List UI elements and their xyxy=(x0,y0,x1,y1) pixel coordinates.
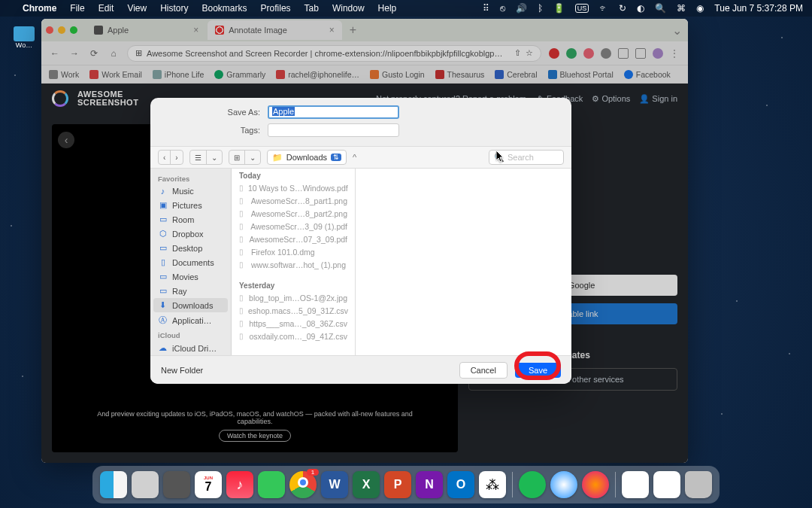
battery-icon[interactable]: 🔋 xyxy=(553,3,565,14)
dock-firefox[interactable] xyxy=(582,471,609,498)
dock-safari[interactable] xyxy=(550,471,577,498)
bookmark-grammarly[interactable]: Grammarly xyxy=(214,70,265,79)
dock-excel[interactable]: X xyxy=(353,471,380,498)
dock-settings[interactable] xyxy=(163,471,190,498)
menu-tab[interactable]: Tab xyxy=(304,3,319,14)
extensions-puzzle-icon[interactable] xyxy=(601,48,611,59)
sidebar-item-ray[interactable]: ▭Ray xyxy=(150,284,231,298)
watch-keynote-button[interactable]: Watch the keynote xyxy=(219,430,291,442)
bookmark-bluehost[interactable]: Bluehost Portal xyxy=(548,70,614,79)
app-menu[interactable]: Chrome xyxy=(23,3,56,14)
bookmark-cerebral[interactable]: Cerebral xyxy=(495,70,537,79)
path-up-button[interactable]: ^ xyxy=(353,153,356,162)
sync-icon[interactable]: ↻ xyxy=(619,3,626,14)
forward-icon[interactable]: › xyxy=(171,151,182,164)
extension-icon[interactable] xyxy=(583,48,594,59)
file-item[interactable]: ▯www.softwar…hot_ (1).png xyxy=(232,258,355,271)
siri-icon[interactable]: ◉ xyxy=(696,3,704,14)
bluetooth-icon[interactable]: ᛒ xyxy=(538,3,543,14)
dock-textedit-doc[interactable] xyxy=(622,471,649,498)
share-button[interactable]: ⇧ xyxy=(514,48,521,58)
cancel-button[interactable]: Cancel xyxy=(459,362,508,379)
minimize-window-button[interactable] xyxy=(58,26,65,34)
sidebar-item-applications[interactable]: ⒶApplicati… xyxy=(150,312,231,328)
dock-preview-doc[interactable] xyxy=(653,471,680,498)
save-button[interactable]: Save xyxy=(515,363,561,378)
sidebar-item-downloads[interactable]: ⬇Downloads xyxy=(153,298,228,312)
file-item[interactable]: ▯https___sma…_08_36Z.csv xyxy=(232,317,355,330)
dock-onenote[interactable]: N xyxy=(416,471,443,498)
dock-outlook[interactable]: O xyxy=(447,471,474,498)
sidebar-item-documents[interactable]: ▯Documents xyxy=(150,255,231,269)
sidebar-item-room[interactable]: ▭Room xyxy=(150,212,231,227)
cast-icon[interactable] xyxy=(618,48,629,59)
menu-window[interactable]: Window xyxy=(332,3,365,14)
control-center-icon[interactable]: ⌘ xyxy=(677,3,686,14)
file-list-column[interactable]: Today ▯10 Ways to S…Windows.pdf ▯Awesome… xyxy=(232,169,356,355)
menu-file[interactable]: File xyxy=(70,3,84,14)
profile-avatar[interactable] xyxy=(653,48,663,59)
back-button[interactable]: ← xyxy=(49,48,61,59)
tab-close-button[interactable]: × xyxy=(329,25,335,35)
dock-calendar[interactable]: JUN 7 xyxy=(195,471,222,498)
sidebar-item-music[interactable]: ♪Music xyxy=(150,184,231,198)
options-link[interactable]: ⚙ Options xyxy=(592,94,630,104)
reload-button[interactable]: ⟳ xyxy=(88,48,100,59)
prev-button[interactable]: ‹ xyxy=(58,132,74,148)
desktop-folder[interactable]: Wo… xyxy=(14,26,35,44)
bookmark-star-icon[interactable]: ☆ xyxy=(526,48,533,58)
tab-close-button[interactable]: × xyxy=(193,25,198,35)
sidebar-item-desktop[interactable]: ▭Desktop xyxy=(150,241,231,255)
wifi-icon[interactable]: ᯤ xyxy=(599,3,608,14)
sidebar-item-pictures[interactable]: ▣Pictures xyxy=(150,198,231,212)
dock-finder[interactable] xyxy=(100,471,127,498)
extension-icon[interactable] xyxy=(566,48,577,59)
dock-slack[interactable]: ⁂ xyxy=(479,471,506,498)
clock[interactable]: Tue Jun 7 5:37:28 PM xyxy=(714,3,803,14)
reading-list-icon[interactable] xyxy=(635,48,646,59)
new-tab-button[interactable]: + xyxy=(344,23,362,37)
volume-icon[interactable]: 🔊 xyxy=(516,3,527,14)
new-folder-button[interactable]: New Folder xyxy=(161,366,203,375)
file-item[interactable]: ▯AwesomeScr…8_part2.png xyxy=(232,207,355,220)
bookmark-facebook[interactable]: Facebook xyxy=(624,70,671,79)
dropbox-menulet-icon[interactable]: ⠿ xyxy=(483,3,489,14)
zoom-window-button[interactable] xyxy=(70,26,77,34)
file-item[interactable]: ▯AwesomeScr…3_09 (1).pdf xyxy=(232,220,355,233)
phone-menulet-icon[interactable]: ⎋ xyxy=(500,3,505,14)
file-item[interactable]: ▯10 Ways to S…Windows.pdf xyxy=(232,181,355,194)
spotlight-icon[interactable]: 🔍 xyxy=(655,3,666,14)
sidebar-item-dropbox[interactable]: ⬡Dropbox xyxy=(150,227,231,241)
bookmark-work[interactable]: Work xyxy=(49,70,79,79)
close-window-button[interactable] xyxy=(46,26,53,34)
forward-button[interactable]: → xyxy=(68,48,80,59)
view-grid-button[interactable]: ⊞⌄ xyxy=(229,150,261,165)
file-item[interactable]: ▯AwesomeScr…8_part1.png xyxy=(232,194,355,207)
bookmark-work-email[interactable]: Work Email xyxy=(89,70,141,79)
save-as-field[interactable]: Apple xyxy=(268,105,399,119)
file-item[interactable]: ▯Firefox 101.0.dmg xyxy=(232,245,355,258)
tab-apple[interactable]: Apple × xyxy=(86,20,206,40)
view-columns-button[interactable]: ☰⌄ xyxy=(189,150,223,165)
bookmark-gusto[interactable]: Gusto Login xyxy=(370,70,425,79)
dock-word[interactable]: W xyxy=(321,471,348,498)
file-item[interactable]: ▯AwesomeScr…07_3_09.pdf xyxy=(232,233,355,245)
location-popup[interactable]: 📁 Downloads ⇅ xyxy=(267,150,347,165)
dock-trash[interactable] xyxy=(685,471,712,498)
tabs-menu-button[interactable]: ⌄ xyxy=(672,23,682,38)
dock-chrome[interactable] xyxy=(289,471,317,498)
user-icon[interactable]: ◐ xyxy=(637,3,644,14)
menu-profiles[interactable]: Profiles xyxy=(261,3,291,14)
signin-link[interactable]: 👤 Sign in xyxy=(639,94,677,104)
file-item[interactable]: ▯eshop.macs…5_09_31Z.csv xyxy=(232,304,355,317)
chrome-menu-button[interactable]: ⋮ xyxy=(670,48,680,59)
sidebar-item-icloud-drive[interactable]: ☁iCloud Dri… xyxy=(150,341,231,355)
input-source-icon[interactable]: US xyxy=(575,4,589,13)
dock-launchpad[interactable] xyxy=(132,471,159,498)
menu-bookmarks[interactable]: Bookmarks xyxy=(202,3,247,14)
home-button[interactable]: ⌂ xyxy=(108,48,120,59)
menu-help[interactable]: Help xyxy=(378,3,397,14)
dock-powerpoint[interactable]: P xyxy=(384,471,411,498)
dock-spotify[interactable] xyxy=(519,471,546,498)
file-item[interactable]: ▯blog_top_im…OS-1@2x.jpg xyxy=(232,291,355,304)
